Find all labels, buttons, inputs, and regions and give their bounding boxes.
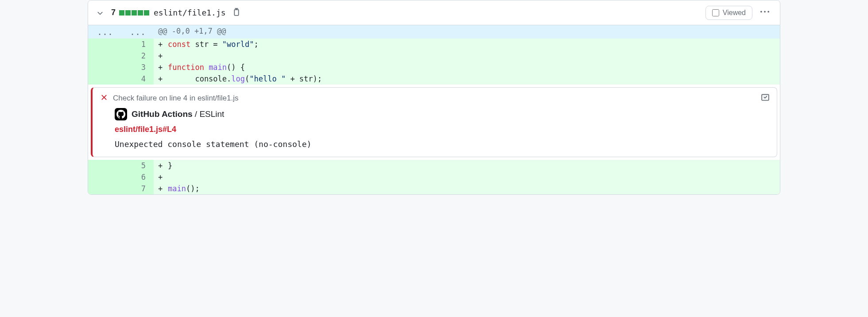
new-line-num[interactable]: 5 [121, 160, 154, 171]
code-content: + const str = "world"; [154, 39, 780, 50]
check-annotation: Check failure on line 4 in eslint/file1.… [91, 87, 777, 157]
new-line-num[interactable]: 6 [121, 171, 154, 183]
code-content: + function main() { [154, 62, 780, 73]
diff-line: 3+ function main() { [88, 62, 780, 73]
kebab-icon [760, 8, 769, 16]
annotation-cell: Check failure on line 4 in eslint/file1.… [88, 85, 780, 160]
github-logo-icon [115, 108, 127, 120]
code-content: + [154, 50, 780, 62]
diffstat-block [138, 10, 143, 15]
expand-right[interactable]: ... [121, 25, 154, 39]
annotation-source: GitHub Actions / ESLint [115, 108, 770, 120]
code-content: + [154, 171, 780, 183]
clipboard-icon [232, 8, 241, 16]
diff-line: 6+ [88, 171, 780, 183]
diffstat [119, 10, 149, 15]
code-content: + main(); [154, 183, 780, 194]
new-line-num[interactable]: 1 [121, 39, 154, 50]
expand-left[interactable]: ... [88, 25, 121, 39]
annotation-source-text: GitHub Actions / ESLint [132, 109, 224, 119]
diff-line: 4+ console.log("hello " + str); [88, 73, 780, 85]
diffstat-block [119, 10, 124, 15]
annotation-body: GitHub Actions / ESLinteslint/file1.js#L… [100, 104, 770, 149]
code-content: + } [154, 160, 780, 171]
copy-path-button[interactable] [230, 6, 243, 19]
annotation-title: Check failure on line 4 in eslint/file1.… [113, 94, 238, 103]
diff-line: 5+ } [88, 160, 780, 171]
file-menu-button[interactable] [758, 5, 772, 20]
old-line-num[interactable] [88, 50, 121, 62]
viewed-checkbox[interactable] [712, 9, 719, 16]
changes-count: 7 [111, 8, 116, 17]
new-line-num[interactable]: 4 [121, 73, 154, 85]
old-line-num[interactable] [88, 39, 121, 50]
diff-line: 1+ const str = "world"; [88, 39, 780, 50]
file-diff-container: 7 eslint/file1.js Viewed ......@@ -0,0 +… [88, 0, 780, 195]
old-line-num[interactable] [88, 160, 121, 171]
old-line-num[interactable] [88, 62, 121, 73]
file-path[interactable]: eslint/file1.js [154, 8, 226, 17]
new-line-num[interactable]: 2 [121, 50, 154, 62]
new-line-num[interactable]: 7 [121, 183, 154, 194]
code-content: + console.log("hello " + str); [154, 73, 780, 85]
diff-table: ......@@ -0,0 +1,7 @@1+ const str = "wor… [88, 25, 780, 194]
old-line-num[interactable] [88, 171, 121, 183]
annotation-link[interactable]: eslint/file1.js#L4 [115, 125, 176, 134]
annotation-header: Check failure on line 4 in eslint/file1.… [100, 93, 770, 104]
annotation-message: Unexpected console statement (no-console… [115, 139, 770, 149]
diffstat-block [125, 10, 131, 15]
diffstat-block [132, 10, 137, 15]
viewed-label: Viewed [723, 9, 746, 17]
file-header: 7 eslint/file1.js Viewed [88, 0, 780, 25]
annotation-actions[interactable] [761, 93, 770, 104]
hunk-header-row: ......@@ -0,0 +1,7 @@ [88, 25, 780, 39]
diff-line: 7+ main(); [88, 183, 780, 194]
check-annotation-row: Check failure on line 4 in eslint/file1.… [88, 85, 780, 160]
hunk-header-text: @@ -0,0 +1,7 @@ [154, 25, 780, 39]
diffstat-block [144, 10, 149, 15]
new-line-num[interactable]: 3 [121, 62, 154, 73]
viewed-toggle[interactable]: Viewed [705, 6, 752, 20]
old-line-num[interactable] [88, 183, 121, 194]
collapse-toggle[interactable] [96, 7, 108, 19]
x-icon [100, 93, 108, 104]
old-line-num[interactable] [88, 73, 121, 85]
chevron-down-icon [96, 9, 104, 17]
diff-line: 2+ [88, 50, 780, 62]
